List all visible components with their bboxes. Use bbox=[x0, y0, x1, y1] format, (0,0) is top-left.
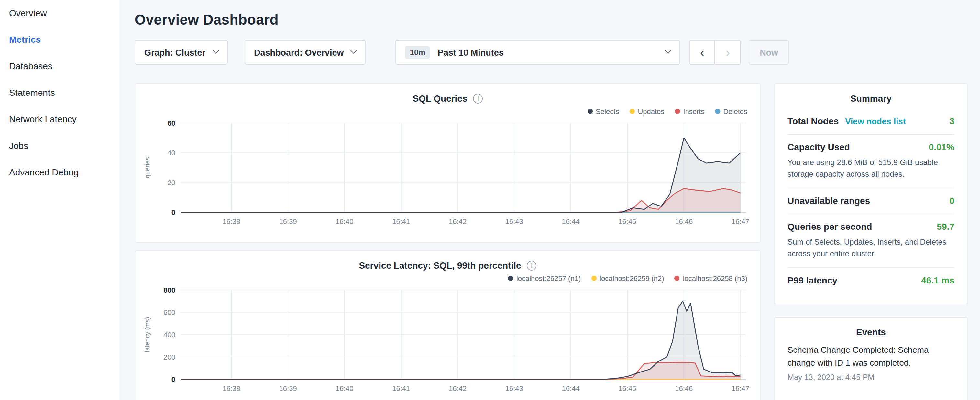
time-window-badge: 10m bbox=[406, 46, 430, 59]
time-prev-button[interactable]: ‹ bbox=[689, 40, 715, 65]
sidebar-nav: OverviewMetricsDatabasesStatementsNetwor… bbox=[0, 0, 120, 186]
legend-item-selects: Selects bbox=[587, 106, 619, 116]
summary-rows: Total NodesView nodes list3Capacity Used… bbox=[788, 109, 955, 293]
chart-plot[interactable]: 16:3816:3916:4016:4116:4216:4316:4416:45… bbox=[140, 285, 755, 396]
summary-line: Unavailable ranges0 bbox=[788, 196, 955, 206]
chart-header: SQL Queriesi bbox=[135, 93, 760, 104]
summary-row-unavailable-ranges: Unavailable ranges0 bbox=[788, 188, 955, 214]
time-range-picker[interactable]: 10m Past 10 Minutes bbox=[396, 40, 680, 65]
chart-plot-area[interactable]: 16:3816:3916:4016:4116:4216:4316:4416:45… bbox=[140, 118, 755, 229]
legend-item-localhost-26257-n1: localhost:26257 (n1) bbox=[508, 273, 581, 284]
event-text: Schema Change Completed: Schema change w… bbox=[788, 344, 955, 370]
summary-left: Total NodesView nodes list bbox=[788, 116, 906, 126]
dashboard-content: SQL QueriesiSelectsUpdatesInsertsDeletes… bbox=[135, 83, 971, 400]
sidebar-item-databases[interactable]: Databases bbox=[0, 53, 120, 80]
chart-legend: localhost:26257 (n1)localhost:26259 (n2)… bbox=[135, 273, 760, 284]
legend-label: Selects bbox=[596, 107, 619, 115]
legend-label: Inserts bbox=[683, 107, 704, 115]
summary-row-capacity-used: Capacity Used0.01%You are using 28.6 MiB… bbox=[788, 135, 955, 188]
summary-value: 59.7 bbox=[937, 222, 955, 232]
legend-item-deletes: Deletes bbox=[715, 106, 748, 116]
chart-title: SQL Queries bbox=[412, 93, 467, 104]
toolbar: Graph: Cluster Dashboard: Overview 10m P… bbox=[135, 40, 971, 65]
summary-value: 46.1 ms bbox=[921, 275, 955, 285]
svg-text:16:43: 16:43 bbox=[505, 384, 523, 392]
legend-label: localhost:26257 (n1) bbox=[516, 274, 581, 282]
legend-item-localhost-26259-n2: localhost:26259 (n2) bbox=[591, 273, 664, 284]
summary-line: Capacity Used0.01% bbox=[788, 142, 955, 152]
svg-text:0: 0 bbox=[172, 209, 175, 217]
svg-text:0: 0 bbox=[172, 375, 175, 384]
sidebar-item-network-latency[interactable]: Network Latency bbox=[0, 106, 120, 133]
now-button[interactable]: Now bbox=[749, 40, 789, 65]
summary-label: Unavailable ranges bbox=[788, 196, 870, 206]
legend-dot-icon bbox=[715, 109, 720, 114]
sidebar-item-statements[interactable]: Statements bbox=[0, 80, 120, 106]
legend-label: localhost:26259 (n2) bbox=[600, 274, 664, 282]
chevron-down-icon bbox=[665, 47, 672, 53]
legend-dot-icon bbox=[675, 276, 680, 281]
legend-dot-icon bbox=[587, 109, 592, 114]
events-list: Schema Change Completed: Schema change w… bbox=[788, 344, 955, 382]
summary-row-p99-latency: P99 latency46.1 ms bbox=[788, 268, 955, 293]
legend-label: localhost:26258 (n3) bbox=[683, 274, 748, 282]
chevron-down-icon bbox=[212, 47, 219, 53]
legend-label: Updates bbox=[638, 107, 664, 115]
summary-line: Queries per second59.7 bbox=[788, 222, 955, 232]
chart-card-service-latency-sql-99th-percentile: Service Latency: SQL, 99th percentileilo… bbox=[135, 250, 761, 400]
summary-value: 0 bbox=[949, 196, 955, 206]
summary-left: Unavailable ranges bbox=[788, 196, 870, 206]
summary-title: Summary bbox=[788, 93, 955, 104]
charts-column: SQL QueriesiSelectsUpdatesInsertsDeletes… bbox=[135, 83, 761, 400]
svg-text:60: 60 bbox=[168, 119, 175, 127]
svg-text:16:40: 16:40 bbox=[336, 384, 353, 392]
events-panel: Events Schema Change Completed: Schema c… bbox=[774, 317, 968, 400]
view-nodes-list-link[interactable]: View nodes list bbox=[845, 116, 905, 126]
summary-description: You are using 28.6 MiB of 515.9 GiB usab… bbox=[788, 157, 955, 180]
chart-plot-area[interactable]: 16:3816:3916:4016:4116:4216:4316:4416:45… bbox=[140, 285, 755, 396]
svg-text:16:47: 16:47 bbox=[732, 384, 749, 392]
legend-dot-icon bbox=[675, 109, 680, 114]
svg-text:16:42: 16:42 bbox=[449, 217, 466, 226]
graph-dropdown[interactable]: Graph: Cluster bbox=[135, 40, 228, 65]
dashboard-dropdown[interactable]: Dashboard: Overview bbox=[244, 40, 366, 65]
time-next-button[interactable]: › bbox=[715, 40, 741, 65]
svg-text:16:45: 16:45 bbox=[618, 217, 636, 226]
svg-text:16:46: 16:46 bbox=[675, 384, 693, 392]
sidebar-item-jobs[interactable]: Jobs bbox=[0, 133, 120, 159]
summary-description: Sum of Selects, Updates, Inserts, and De… bbox=[788, 236, 955, 260]
chart-title: Service Latency: SQL, 99th percentile bbox=[359, 260, 521, 271]
chart-plot[interactable]: 16:3816:3916:4016:4116:4216:4316:4416:45… bbox=[140, 118, 755, 229]
chart-legend: SelectsUpdatesInsertsDeletes bbox=[135, 106, 760, 116]
summary-line: P99 latency46.1 ms bbox=[788, 275, 955, 285]
svg-text:16:42: 16:42 bbox=[449, 384, 466, 392]
legend-label: Deletes bbox=[723, 107, 748, 115]
chevron-down-icon bbox=[351, 47, 357, 53]
svg-text:16:40: 16:40 bbox=[336, 217, 353, 226]
info-icon[interactable]: i bbox=[473, 94, 483, 103]
chart-header: Service Latency: SQL, 99th percentilei bbox=[135, 260, 760, 271]
svg-text:latency (ms): latency (ms) bbox=[144, 317, 151, 352]
sidebar-item-advanced-debug[interactable]: Advanced Debug bbox=[0, 159, 120, 186]
summary-label: Capacity Used bbox=[788, 142, 850, 152]
summary-left: P99 latency bbox=[788, 275, 837, 285]
svg-text:40: 40 bbox=[168, 149, 175, 157]
main-content: Overview Dashboard Graph: Cluster Dashbo… bbox=[120, 0, 980, 400]
summary-label: P99 latency bbox=[788, 275, 837, 285]
app-root: OverviewMetricsDatabasesStatementsNetwor… bbox=[0, 0, 980, 400]
legend-item-localhost-26258-n3: localhost:26258 (n3) bbox=[675, 273, 748, 284]
info-icon[interactable]: i bbox=[527, 261, 537, 270]
summary-left: Queries per second bbox=[788, 222, 872, 232]
legend-item-updates: Updates bbox=[629, 106, 664, 116]
summary-value: 3 bbox=[949, 116, 955, 126]
summary-row-queries-per-second: Queries per second59.7Sum of Selects, Up… bbox=[788, 214, 955, 268]
svg-text:16:44: 16:44 bbox=[562, 384, 580, 392]
legend-dot-icon bbox=[508, 276, 513, 281]
sidebar-item-metrics[interactable]: Metrics bbox=[0, 27, 120, 53]
svg-text:16:41: 16:41 bbox=[392, 217, 410, 226]
graph-dropdown-label: Graph: Cluster bbox=[144, 48, 205, 57]
svg-text:400: 400 bbox=[163, 331, 175, 339]
sidebar-item-overview[interactable]: Overview bbox=[0, 0, 120, 27]
time-pager: ‹ › bbox=[689, 40, 741, 65]
summary-label: Queries per second bbox=[788, 222, 872, 232]
